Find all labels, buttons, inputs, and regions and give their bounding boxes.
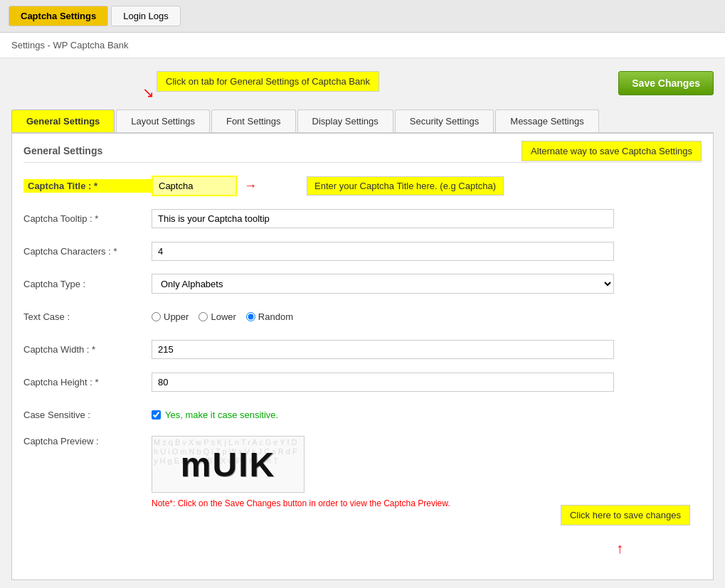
radio-random-input[interactable] bbox=[246, 312, 255, 321]
captcha-height-label: Captcha Height : * bbox=[23, 377, 152, 387]
radio-lower-label: Lower bbox=[211, 311, 236, 322]
breadcrumb: Settings - WP Captcha Bank bbox=[0, 33, 725, 58]
main-container: Click on tab for General Settings of Cap… bbox=[0, 58, 725, 588]
case-sensitive-label: Case Sensitive : bbox=[23, 410, 152, 420]
captcha-preview-label: Captcha Preview : bbox=[23, 436, 152, 447]
radio-upper-input[interactable] bbox=[152, 312, 161, 321]
radio-upper: Upper bbox=[152, 311, 189, 322]
captcha-height-input[interactable] bbox=[152, 373, 614, 392]
radio-lower-input[interactable] bbox=[199, 312, 208, 321]
captcha-note-text: Note*: Click on the Save Changes button … bbox=[152, 498, 450, 508]
tab-message-settings[interactable]: Message Settings bbox=[495, 109, 598, 132]
case-sensitive-row: Case Sensitive : Yes, make it case sensi… bbox=[23, 403, 702, 426]
radio-random-label: Random bbox=[258, 311, 293, 322]
captcha-preview-box: M z q B v X w P s K j L n T r A c G e Y … bbox=[152, 436, 305, 493]
captcha-width-input[interactable] bbox=[152, 340, 614, 359]
bottom-tooltip-area: Click here to save changes ↑ bbox=[23, 518, 702, 568]
alt-save-tooltip: Alternate way to save Captcha Settings bbox=[522, 141, 702, 161]
tab-security-settings[interactable]: Security Settings bbox=[395, 109, 494, 132]
text-case-radio-group: Upper Lower Random bbox=[152, 311, 293, 322]
tab-layout-settings[interactable]: Layout Settings bbox=[116, 109, 210, 132]
tab-display-settings[interactable]: Display Settings bbox=[297, 109, 393, 132]
captcha-width-row: Captcha Width : * bbox=[23, 338, 702, 360]
captcha-tooltip-label: Captcha Tooltip : * bbox=[23, 213, 152, 224]
captcha-tooltip-input[interactable] bbox=[152, 209, 614, 228]
arrow-up-icon: ↑ bbox=[616, 540, 623, 557]
save-changes-top-button[interactable]: Save Changes bbox=[618, 71, 714, 95]
captcha-preview-wrapper: M z q B v X w P s K j L n T r A c G e Y … bbox=[152, 436, 450, 508]
captcha-title-wrapper: → Enter your Captcha Title here. (e.g Ca… bbox=[152, 176, 702, 196]
captcha-type-label: Captcha Type : bbox=[23, 279, 152, 289]
bottom-save-tooltip: Click here to save changes bbox=[561, 505, 690, 525]
case-sensitive-text: Yes, make it case sensitive. bbox=[165, 410, 278, 420]
text-case-row: Text Case : Upper Lower Random bbox=[23, 305, 702, 328]
captcha-title-tooltip: Enter your Captcha Title here. (e.g Capt… bbox=[307, 176, 504, 196]
captcha-type-row: Captcha Type : Only Alphabets Only Numbe… bbox=[23, 272, 702, 295]
radio-lower: Lower bbox=[199, 311, 236, 322]
captcha-type-select[interactable]: Only Alphabets Only Numbers Alphanumeric bbox=[152, 274, 614, 294]
captcha-tooltip-row: Captcha Tooltip : * bbox=[23, 207, 702, 230]
captcha-characters-label: Captcha Characters : * bbox=[23, 246, 152, 257]
captcha-title-label: Captcha Title : * bbox=[23, 179, 152, 193]
text-case-label: Text Case : bbox=[23, 311, 152, 322]
captcha-height-row: Captcha Height : * bbox=[23, 370, 702, 393]
captcha-characters-row: Captcha Characters : * bbox=[23, 240, 702, 262]
captcha-width-label: Captcha Width : * bbox=[23, 344, 152, 355]
captcha-title-input[interactable] bbox=[152, 176, 237, 196]
radio-upper-label: Upper bbox=[164, 311, 189, 322]
captcha-characters-input[interactable] bbox=[152, 242, 614, 261]
tab-captcha-settings[interactable]: Captcha Settings bbox=[9, 6, 108, 26]
arrow-to-tab-icon: ↘ bbox=[142, 84, 154, 101]
settings-tabs: General Settings Layout Settings Font Se… bbox=[11, 109, 714, 134]
case-sensitive-checkbox-label[interactable]: Yes, make it case sensitive. bbox=[152, 410, 278, 420]
top-tabs-bar: Captcha Settings Login Logs bbox=[0, 0, 725, 33]
arrow-right-icon: → bbox=[244, 178, 257, 193]
tab-general-settings[interactable]: General Settings bbox=[11, 109, 115, 132]
radio-random: Random bbox=[246, 311, 293, 322]
captcha-title-row: Captcha Title : * → Enter your Captcha T… bbox=[23, 174, 702, 197]
tab-login-logs[interactable]: Login Logs bbox=[111, 6, 181, 26]
captcha-preview-row: Captcha Preview : M z q B v X w P s K j … bbox=[23, 436, 702, 508]
general-settings-tooltip: Click on tab for General Settings of Cap… bbox=[157, 71, 379, 92]
settings-panel: General Settings Alternate way to save C… bbox=[11, 134, 714, 580]
captcha-preview-text: mUIK bbox=[181, 445, 275, 484]
tab-font-settings[interactable]: Font Settings bbox=[211, 109, 296, 132]
case-sensitive-checkbox[interactable] bbox=[152, 410, 161, 419]
